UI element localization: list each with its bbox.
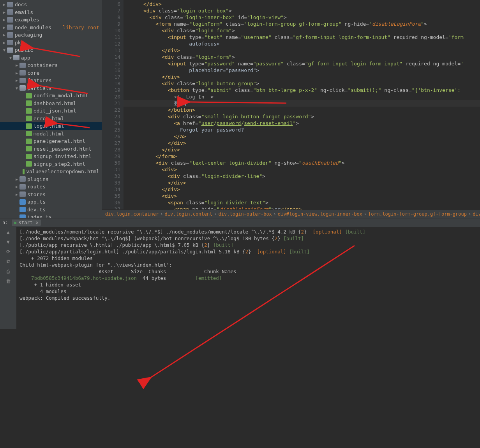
code-line[interactable]: <div class="small login-button-forgot-pa… — [124, 113, 480, 120]
code-line[interactable]: <div class="login-form"> — [124, 27, 480, 34]
code-line[interactable]: </div> — [124, 140, 480, 146]
editor-code[interactable]: </div> <div class="login-outer-box"> <di… — [124, 0, 480, 218]
run-tool-icon[interactable]: ⟳ — [6, 249, 11, 255]
code-line[interactable]: </div> — [124, 47, 480, 54]
tree-item-routes[interactable]: ▶routes — [0, 183, 102, 191]
code-line[interactable]: Forgot your password? — [124, 126, 480, 133]
tree-arrow-icon[interactable] — [20, 154, 26, 158]
code-line[interactable]: <div> — [124, 193, 480, 199]
run-tool-icon[interactable]: ⎙ — [7, 269, 10, 274]
code-line[interactable]: </div> — [124, 146, 480, 153]
code-line[interactable]: placeholder="password"> — [124, 67, 480, 74]
tree-item-core[interactable]: ▶core — [0, 69, 102, 77]
code-editor[interactable]: 6789101112131415161718192021222324252627… — [102, 0, 480, 218]
code-line[interactable]: 登录| — [124, 100, 480, 107]
tree-item-emails[interactable]: ▶emails — [0, 9, 102, 16]
tree-arrow-icon[interactable]: ▶ — [14, 192, 19, 197]
run-panel[interactable]: n: ▶ start × ▲▼⟳⧉⎙🗑 [./node_modules/mome… — [0, 218, 480, 329]
code-line[interactable]: <div class="login-outer-box"> — [124, 7, 480, 14]
tree-item-valueSelectDropdown-html[interactable]: valueSelectDropdown.html — [0, 168, 102, 176]
tree-arrow-icon[interactable] — [20, 132, 26, 136]
code-line[interactable]: <div class="text-center login-divider" n… — [124, 160, 480, 166]
run-tool-icon[interactable]: ⧉ — [7, 258, 10, 265]
run-tool-icon[interactable]: ▼ — [7, 239, 10, 245]
code-line[interactable]: <div> — [124, 166, 480, 173]
code-line[interactable]: <!--Log In--> — [124, 93, 480, 100]
tree-arrow-icon[interactable] — [14, 215, 19, 218]
tree-arrow-icon[interactable]: ▶ — [14, 71, 19, 75]
tree-item-confirm_modal-html[interactable]: confirm_modal.html — [0, 92, 102, 100]
code-line[interactable]: </div> — [124, 179, 480, 186]
run-tab-start[interactable]: ▶ start × — [12, 220, 41, 226]
tree-arrow-icon[interactable] — [20, 116, 26, 121]
tree-arrow-icon[interactable]: ▶ — [2, 2, 7, 7]
tree-item-plugins[interactable]: ▶plugins — [0, 176, 102, 183]
tree-item-app-ts[interactable]: app.ts — [0, 198, 102, 206]
code-line[interactable]: </form> — [124, 153, 480, 160]
tree-item-panelgeneral-html[interactable]: panelgeneral.html — [0, 137, 102, 145]
code-line[interactable]: <div class="login-divider-line"> — [124, 173, 480, 179]
tree-item-edit_json-html[interactable]: edit_json.html — [0, 107, 102, 115]
code-line[interactable]: <form name="loginForm" class="login-form… — [124, 21, 480, 27]
breadcrumb-segment[interactable]: form.login-form-group.gf-form-group — [368, 211, 467, 217]
code-line[interactable]: autofocus> — [124, 40, 480, 47]
code-line[interactable]: </div> — [124, 74, 480, 80]
run-tool-icon[interactable]: 🗑 — [6, 278, 11, 284]
code-line[interactable]: <button type="submit" class="btn btn-lar… — [124, 87, 480, 93]
breadcrumb-segment[interactable]: div.lo — [473, 211, 480, 217]
tree-item-public[interactable]: ▼public — [0, 46, 102, 54]
tree-arrow-icon[interactable]: ▶ — [2, 33, 7, 37]
tree-item-dashboard-html[interactable]: dashboard.html — [0, 100, 102, 107]
tree-arrow-icon[interactable]: ▼ — [8, 56, 13, 60]
terminal-output[interactable]: [./node_modules/moment/locale recursive … — [16, 227, 480, 329]
tree-item-login-html[interactable]: login.html — [0, 122, 102, 130]
tree-arrow-icon[interactable] — [14, 200, 19, 204]
run-toolbar[interactable]: ▲▼⟳⧉⎙🗑 — [0, 227, 16, 329]
tree-arrow-icon[interactable]: ▶ — [2, 40, 7, 45]
code-line[interactable]: </button> — [124, 107, 480, 113]
tree-item-packaging[interactable]: ▶packaging — [0, 31, 102, 39]
tree-arrow-icon[interactable]: ▶ — [2, 18, 7, 22]
tree-item-partials[interactable]: ▼partials — [0, 84, 102, 92]
tree-item-features[interactable]: ▶features — [0, 77, 102, 84]
tree-item-reset_password-html[interactable]: reset_password.html — [0, 145, 102, 153]
tree-arrow-icon[interactable] — [20, 93, 26, 98]
code-line[interactable]: <span class="login-divider-text"> — [124, 199, 480, 206]
tree-arrow-icon[interactable] — [20, 124, 26, 128]
tree-item-app[interactable]: ▼app — [0, 54, 102, 62]
tree-arrow-icon[interactable]: ▶ — [2, 10, 7, 14]
code-line[interactable]: </div> — [124, 1, 480, 7]
tree-item-signup_step2-html[interactable]: signup_step2.html — [0, 160, 102, 168]
code-line[interactable]: </a> — [124, 133, 480, 140]
tree-item-dev-ts[interactable]: dev.ts — [0, 206, 102, 214]
tree-item-error-html[interactable]: error.html — [0, 115, 102, 123]
tree-arrow-icon[interactable] — [20, 139, 26, 143]
tree-arrow-icon[interactable] — [20, 109, 26, 113]
breadcrumb-segment[interactable]: div#login-view.login-inner-box — [278, 211, 362, 217]
breadcrumb-segment[interactable]: div.login.container — [105, 211, 159, 217]
tree-arrow-icon[interactable]: ▶ — [14, 78, 19, 83]
code-line[interactable]: </div> — [124, 186, 480, 193]
breadcrumb-segment[interactable]: div.login.content — [165, 211, 213, 217]
tree-item-node_modules[interactable]: ▶node_modules library root — [0, 24, 102, 32]
tree-item-containers[interactable]: ▶containers — [0, 61, 102, 69]
close-icon[interactable]: × — [36, 220, 39, 225]
tree-item-stores[interactable]: ▶stores — [0, 191, 102, 199]
run-tool-icon[interactable]: ▲ — [7, 229, 10, 235]
code-line[interactable]: <a href="user/password/send-reset-email"… — [124, 120, 480, 126]
code-line[interactable]: <input type="text" name="username" class… — [124, 34, 480, 40]
tree-arrow-icon[interactable]: ▶ — [2, 25, 7, 30]
code-line[interactable]: <div class="login-inner-box" id="login-v… — [124, 14, 480, 21]
tree-arrow-icon[interactable] — [20, 162, 26, 166]
code-line[interactable]: <div class="login-form"> — [124, 54, 480, 60]
tree-item-examples[interactable]: ▶examples — [0, 16, 102, 24]
breadcrumb-segment[interactable]: div.login-outer-box — [219, 211, 272, 217]
tree-item-docs[interactable]: ▶docs — [0, 1, 102, 9]
code-line[interactable]: <div class="login-button-group"> — [124, 80, 480, 87]
tree-arrow-icon[interactable]: ▼ — [2, 48, 7, 52]
tree-arrow-icon[interactable] — [14, 207, 19, 212]
tree-item-index-ts[interactable]: index.ts — [0, 213, 102, 218]
tree-item-modal-html[interactable]: modal.html — [0, 130, 102, 138]
tree-item-pkg[interactable]: ▶pkg — [0, 39, 102, 47]
tree-arrow-icon[interactable]: ▼ — [14, 86, 19, 90]
